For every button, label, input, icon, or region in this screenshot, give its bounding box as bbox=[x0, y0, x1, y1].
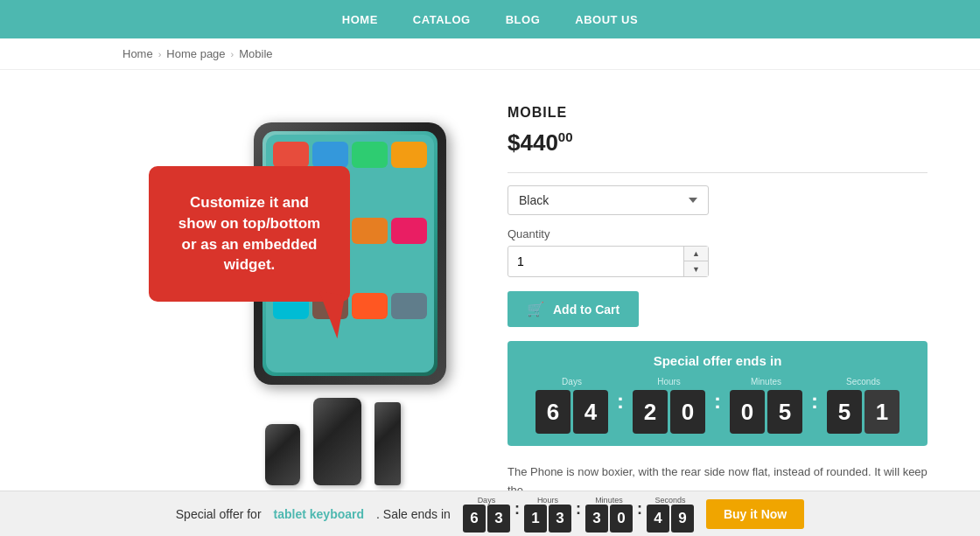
quantity-wrap: ▲ ▼ bbox=[508, 246, 709, 277]
digit-m1: 0 bbox=[730, 390, 765, 434]
nav-item-blog[interactable]: BLOG bbox=[506, 13, 541, 26]
b-digit-d2: 3 bbox=[487, 505, 510, 526]
nav-item-about-us[interactable]: ABOUT US bbox=[575, 13, 638, 26]
colon-1: : bbox=[613, 389, 627, 414]
digit-s2: 1 bbox=[864, 390, 900, 434]
quantity-input[interactable] bbox=[508, 247, 683, 275]
b-digit-d1: 6 bbox=[463, 505, 486, 526]
app-icon bbox=[273, 142, 309, 168]
hours-digits: 2 0 bbox=[633, 390, 705, 434]
b-digit-s1: 4 bbox=[647, 505, 669, 526]
nav-bar: HOMECATALOGBLOGABOUT US bbox=[0, 0, 980, 38]
phone-thumb-2 bbox=[313, 398, 361, 485]
b-digit-min1: 3 bbox=[585, 505, 608, 526]
countdown-row: Days 6 4 : Hours 2 0 : bbox=[525, 377, 910, 434]
bc-homepage[interactable]: Home page bbox=[166, 47, 225, 60]
product-title: MOBILE bbox=[508, 105, 928, 121]
app-icon bbox=[352, 293, 388, 319]
days-label: Days bbox=[562, 377, 582, 386]
digit-m2: 5 bbox=[767, 390, 802, 434]
b-digit-h2: 3 bbox=[549, 505, 571, 526]
buy-now-button[interactable]: Buy it Now bbox=[706, 499, 804, 526]
bottom-colon-1: : bbox=[514, 500, 520, 519]
product-price: $44000 bbox=[508, 129, 928, 157]
digit-h2: 0 bbox=[670, 390, 705, 434]
color-select[interactable]: Black White Silver bbox=[508, 185, 709, 215]
bottom-minutes-label: Minutes bbox=[595, 496, 623, 505]
bottom-hours-digits: 1 3 bbox=[524, 505, 571, 526]
b-digit-min2: 0 bbox=[610, 505, 633, 526]
main-content: Customize it and show on top/bottom or a… bbox=[0, 70, 980, 526]
app-icon bbox=[391, 142, 427, 168]
digit-d2: 4 bbox=[573, 390, 608, 434]
minutes-label: Minutes bbox=[751, 377, 781, 386]
offer-text: Special offer for bbox=[176, 507, 262, 521]
days-digits: 6 4 bbox=[536, 390, 608, 434]
add-to-cart-label: Add to Cart bbox=[553, 303, 620, 317]
bc-current: Mobile bbox=[239, 47, 272, 60]
bottom-product-link[interactable]: tablet keyboard bbox=[274, 507, 364, 521]
bottom-hours-label: Hours bbox=[537, 496, 558, 505]
quantity-down-button[interactable]: ▼ bbox=[684, 261, 708, 276]
sale-text: . Sale ends in bbox=[376, 507, 451, 521]
nav-item-catalog[interactable]: CATALOG bbox=[413, 13, 471, 26]
bottom-countdown: Days 6 3 : Hours 1 3 : Minutes 3 0 : bbox=[463, 496, 694, 526]
countdown-hours: Hours 2 0 bbox=[633, 377, 705, 434]
add-to-cart-button[interactable]: 🛒 Add to Cart bbox=[508, 291, 639, 327]
bottom-seconds-label: Seconds bbox=[654, 496, 685, 505]
seconds-digits: 5 1 bbox=[827, 390, 900, 434]
bottom-days: Days 6 3 bbox=[463, 496, 510, 526]
countdown-box: Special offer ends in Days 6 4 : Hours 2 bbox=[508, 341, 928, 446]
breadcrumb: Home › Home page › Mobile bbox=[0, 38, 980, 70]
bottom-bar: Special offer for tablet keyboard . Sale… bbox=[0, 491, 980, 526]
product-details: MOBILE $44000 Black White Silver Quantit… bbox=[508, 96, 928, 500]
quantity-label: Quantity bbox=[508, 227, 928, 240]
cart-icon: 🛒 bbox=[527, 301, 544, 317]
bc-home[interactable]: Home bbox=[122, 47, 153, 60]
b-digit-h1: 1 bbox=[524, 505, 547, 526]
color-selector-wrap: Black White Silver bbox=[508, 185, 928, 215]
bottom-minutes-digits: 3 0 bbox=[585, 505, 633, 526]
nav-item-home[interactable]: HOME bbox=[342, 13, 378, 26]
app-icon bbox=[352, 218, 388, 244]
price-cents: 00 bbox=[558, 129, 573, 144]
countdown-days: Days 6 4 bbox=[536, 377, 608, 434]
bottom-seconds: Seconds 4 9 bbox=[647, 496, 694, 526]
bottom-colon-3: : bbox=[637, 500, 642, 519]
phone-thumb-3 bbox=[374, 402, 401, 485]
b-digit-s2: 9 bbox=[671, 505, 694, 526]
digit-h1: 2 bbox=[633, 390, 668, 434]
product-image-area: Customize it and show on top/bottom or a… bbox=[122, 96, 472, 500]
phone-thumb-1 bbox=[265, 424, 300, 485]
hours-label: Hours bbox=[657, 377, 681, 386]
minutes-digits: 0 5 bbox=[730, 390, 802, 434]
bc-arrow-1: › bbox=[158, 49, 162, 59]
bottom-days-digits: 6 3 bbox=[463, 505, 510, 526]
bottom-minutes: Minutes 3 0 bbox=[585, 496, 633, 526]
bc-arrow-2: › bbox=[231, 49, 234, 59]
countdown-title: Special offer ends in bbox=[525, 353, 910, 368]
divider-1 bbox=[508, 172, 928, 173]
seconds-label: Seconds bbox=[846, 377, 880, 386]
app-icon bbox=[391, 218, 427, 244]
app-icon bbox=[312, 142, 348, 168]
bottom-colon-2: : bbox=[576, 500, 581, 519]
bottom-hours: Hours 1 3 bbox=[524, 496, 571, 526]
price-main: $440 bbox=[508, 129, 558, 156]
digit-d1: 6 bbox=[536, 390, 570, 434]
phone-thumbnails bbox=[265, 398, 401, 485]
quantity-up-button[interactable]: ▲ bbox=[684, 247, 708, 261]
promo-bubble: Customize it and show on top/bottom or a… bbox=[149, 166, 350, 302]
digit-s1: 5 bbox=[827, 390, 862, 434]
bottom-days-label: Days bbox=[478, 496, 496, 505]
bottom-seconds-digits: 4 9 bbox=[647, 505, 694, 526]
colon-3: : bbox=[808, 389, 822, 414]
app-icon bbox=[391, 293, 427, 319]
colon-2: : bbox=[710, 389, 724, 414]
countdown-seconds: Seconds 5 1 bbox=[827, 377, 900, 434]
countdown-minutes: Minutes 0 5 bbox=[730, 377, 802, 434]
app-icon bbox=[352, 142, 388, 168]
quantity-stepper: ▲ ▼ bbox=[683, 247, 708, 276]
